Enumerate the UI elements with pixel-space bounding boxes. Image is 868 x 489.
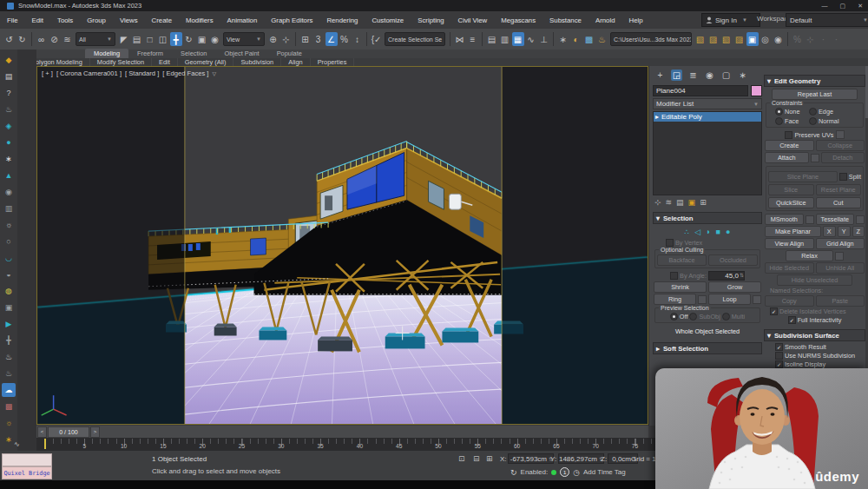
cut-button[interactable]: Cut bbox=[816, 197, 862, 208]
named-selection-sets-icon[interactable]: {✓ bbox=[371, 32, 383, 46]
preserve-uvs-settings[interactable] bbox=[836, 130, 845, 139]
tab-motion[interactable]: ◉ bbox=[704, 69, 715, 81]
delete-isolated-checkbox[interactable]: ✓ bbox=[770, 307, 778, 315]
tab-modify[interactable]: ◲ bbox=[671, 69, 682, 81]
autokey-icon[interactable]: ↻ bbox=[510, 468, 517, 477]
menu-edit[interactable]: Edit bbox=[25, 17, 50, 24]
edge-icon[interactable]: ◁ bbox=[694, 228, 700, 236]
material-drop-icon[interactable]: ◈ bbox=[2, 119, 16, 133]
planar-x-button[interactable]: X bbox=[823, 226, 836, 237]
tab-display[interactable]: ▢ bbox=[720, 69, 732, 81]
menu-scripting[interactable]: Scripting bbox=[411, 17, 450, 24]
hide-selected-button[interactable]: Hide Selected bbox=[765, 262, 814, 274]
align-icon[interactable]: ≡ bbox=[467, 32, 479, 46]
project-path-dropdown[interactable]: C:\Users\Usu...3ds Max 2023▼ bbox=[610, 32, 692, 46]
library-icon[interactable]: ▥ bbox=[2, 202, 16, 215]
relax-settings[interactable] bbox=[835, 252, 844, 261]
select-manipulate-icon[interactable]: ⊹ bbox=[280, 32, 293, 46]
sign-in-button[interactable]: Sign In ▼ bbox=[701, 13, 760, 27]
notification-icon[interactable]: ◆ bbox=[2, 53, 16, 67]
render-frame-icon[interactable]: ▩ bbox=[583, 32, 595, 46]
snap-toggle-icon[interactable]: 3 bbox=[312, 32, 325, 46]
undo-icon[interactable]: ↺ bbox=[3, 32, 16, 46]
tessellate-settings[interactable] bbox=[856, 215, 865, 224]
render-last-icon[interactable]: ◉ bbox=[773, 32, 785, 46]
menu-customize[interactable]: Customize bbox=[365, 17, 411, 24]
collapse-button[interactable]: Collapse bbox=[816, 140, 865, 151]
menu-graph-editors[interactable]: Graph Editors bbox=[264, 17, 319, 24]
menu-views[interactable]: Views bbox=[113, 17, 145, 24]
modifier-list-dropdown[interactable]: Modifier List▼ bbox=[653, 98, 762, 109]
render-production-icon[interactable]: ▣ bbox=[746, 32, 759, 46]
minimize-button[interactable]: — bbox=[822, 0, 828, 11]
render-setup-icon[interactable]: ♨ bbox=[596, 32, 608, 46]
polygon-icon[interactable]: ■ bbox=[716, 228, 720, 236]
selection-region-icon[interactable]: □ bbox=[144, 32, 156, 46]
full-interactivity-checkbox[interactable]: ✓ bbox=[788, 316, 796, 324]
ribbon-section-geometry-all-[interactable]: Geometry (All) bbox=[178, 58, 234, 66]
cloud-icon[interactable]: ☁ bbox=[2, 383, 16, 397]
menu-arnold[interactable]: Arnold bbox=[589, 17, 622, 24]
modifier-stack[interactable]: ▸ Editable Poly bbox=[653, 111, 762, 195]
render-iterative-icon[interactable]: ▧ bbox=[694, 32, 707, 46]
ribbon-tab-freeform[interactable]: Freeform bbox=[128, 49, 172, 58]
absolute-mode-icon[interactable]: ⊞ bbox=[486, 454, 493, 463]
reset-plane-button[interactable]: Reset Plane bbox=[816, 184, 862, 195]
vertex-icon[interactable]: ∴ bbox=[685, 228, 690, 236]
viewport-menu-plus[interactable]: [ + ] bbox=[42, 69, 53, 77]
viewport-shading-label[interactable]: [ Standard ] bbox=[125, 69, 159, 77]
tree-icon[interactable]: ▲ bbox=[2, 169, 16, 182]
frame-zero-marker[interactable] bbox=[44, 439, 46, 449]
pin-stack-icon[interactable]: ⊹ bbox=[654, 198, 661, 207]
ribbon-section-edit[interactable]: Edit bbox=[152, 58, 178, 66]
maximize-button[interactable]: ▢ bbox=[840, 0, 846, 11]
menu-substance[interactable]: Substance bbox=[542, 17, 589, 24]
smooth-result-checkbox[interactable]: ✓ bbox=[775, 343, 783, 351]
constraint-none-radio[interactable] bbox=[775, 108, 783, 116]
quickslice-button[interactable]: QuickSlice bbox=[768, 197, 814, 208]
transform-icon[interactable]: ╋ bbox=[2, 334, 16, 347]
tab-utilities[interactable]: ∗ bbox=[737, 69, 748, 81]
subdivision-surface-rollout-header[interactable]: ▾ Subdivision Surface bbox=[764, 329, 865, 341]
light-icon[interactable]: ☼ bbox=[2, 218, 16, 232]
planar-y-button[interactable]: Y bbox=[838, 226, 851, 237]
msmooth-settings[interactable] bbox=[806, 215, 814, 224]
repeat-last-button[interactable]: Repeat Last bbox=[772, 89, 858, 100]
angle-spinner[interactable]: 45,0 bbox=[708, 271, 745, 281]
schematic-view-icon[interactable]: ⊥ bbox=[538, 32, 550, 46]
render-preview-icon[interactable]: ▨ bbox=[707, 32, 720, 46]
teapot-small-icon[interactable]: ♨ bbox=[2, 102, 16, 116]
expand-icon[interactable]: ▸ bbox=[655, 113, 659, 121]
ring-spinner[interactable] bbox=[698, 295, 707, 304]
menu-rendering[interactable]: Rendering bbox=[319, 17, 365, 24]
hide-unselected-button[interactable]: Hide Unselected bbox=[777, 274, 852, 286]
menu-help[interactable]: Help bbox=[622, 17, 650, 24]
bulb-icon[interactable]: ◍ bbox=[2, 284, 16, 298]
isoline-display-checkbox[interactable]: ✓ bbox=[775, 360, 783, 368]
occluded-button[interactable]: Occluded bbox=[708, 254, 758, 266]
paste-button[interactable]: Paste bbox=[816, 295, 865, 307]
bind-spacewarp-icon[interactable]: ≋ bbox=[62, 32, 74, 46]
toggle-scene-explorer-icon[interactable]: ▦ bbox=[512, 32, 524, 46]
relax-button[interactable]: Relax bbox=[786, 250, 833, 261]
disabled-tool1-icon[interactable]: % bbox=[792, 32, 804, 46]
ribbon-tab-selection[interactable]: Selection bbox=[172, 49, 215, 58]
teapot-outline-icon[interactable]: ♨ bbox=[2, 350, 16, 364]
split-checkbox[interactable] bbox=[839, 173, 847, 181]
use-nurms-checkbox[interactable] bbox=[775, 352, 783, 360]
unlink-icon[interactable]: ⊘ bbox=[49, 32, 61, 46]
preview-off-radio[interactable] bbox=[670, 313, 678, 320]
next-frame-button[interactable]: > bbox=[90, 426, 100, 438]
hand-icon[interactable]: ◡ bbox=[2, 251, 16, 265]
select-place-icon[interactable]: ◉ bbox=[209, 32, 221, 46]
render-cloud-icon[interactable]: ▧ bbox=[720, 32, 733, 46]
soft-selection-rollout-header[interactable]: ▸ Soft Selection bbox=[653, 342, 762, 354]
snow-icon[interactable]: ∗ bbox=[2, 152, 16, 166]
window-icon[interactable]: ▣ bbox=[2, 301, 16, 314]
viewport-label[interactable]: [ + ] [ Corona Camera001 ] [ Standard ] … bbox=[42, 69, 216, 77]
menu-megascans[interactable]: Megascans bbox=[494, 17, 542, 24]
layer-manager-icon[interactable]: ▤ bbox=[486, 32, 498, 46]
help-icon[interactable]: ? bbox=[2, 86, 16, 100]
view-align-button[interactable]: View Align bbox=[765, 238, 814, 249]
ribbon-tab-object-paint[interactable]: Object Paint bbox=[215, 49, 267, 58]
